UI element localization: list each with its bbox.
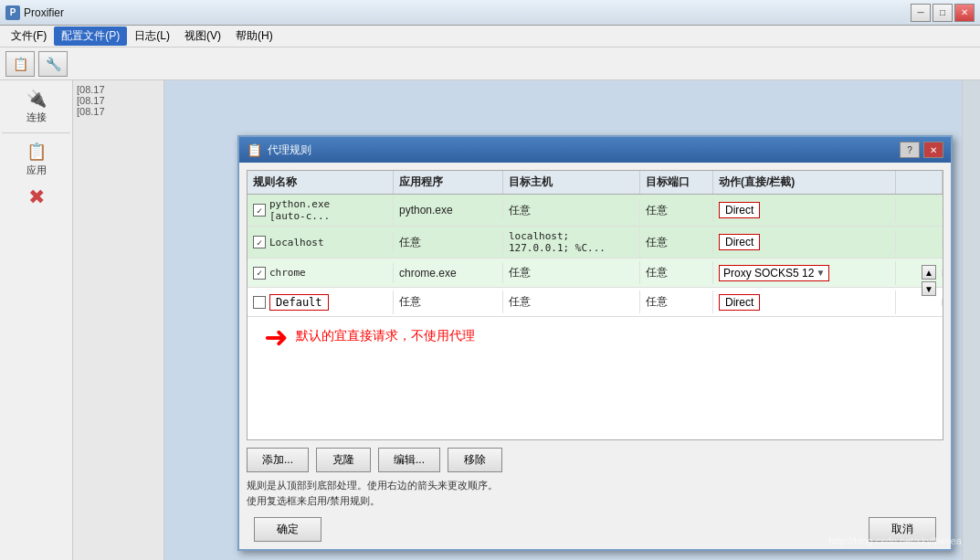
- clone-button[interactable]: 克隆: [316, 448, 371, 472]
- row4-checkbox[interactable]: [253, 296, 266, 309]
- annotation-text: 默认的宜直接请求，不使用代理: [296, 322, 475, 344]
- close-button[interactable]: ✕: [954, 4, 975, 22]
- row1-extra: [896, 206, 943, 214]
- sidebar-item-apps[interactable]: 📋 应用: [2, 137, 70, 182]
- table-row: Default 任意 任意 任意 Direct: [248, 288, 943, 317]
- scroll-down-button[interactable]: ▼: [922, 281, 936, 296]
- main-layout: 🔌 连接 📋 应用 ✖ [08.17 [08.17 [08.17 📋 代理规则: [0, 80, 980, 560]
- log-entry-3: [08.17: [77, 106, 160, 117]
- right-panel: [962, 80, 980, 560]
- col-header-name: 规则名称: [248, 171, 394, 194]
- footer-info-line1: 规则是从顶部到底部处理。使用右边的箭头来更改顺序。: [247, 478, 943, 494]
- col-header-extra: [896, 171, 943, 194]
- window-title: Proxifier: [24, 6, 911, 19]
- menu-bar: 文件(F) 配置文件(P) 日志(L) 视图(V) 帮助(H): [0, 26, 980, 48]
- row3-host: 任意: [503, 261, 640, 284]
- sidebar: 🔌 连接 📋 应用 ✖: [0, 80, 73, 560]
- log-entry-2: [08.17: [77, 95, 160, 106]
- row1-name: python.exe[auto-c...: [269, 198, 330, 222]
- row1-app: python.exe: [394, 200, 503, 220]
- row4-extra: [896, 299, 943, 306]
- col-header-host: 目标主机: [503, 171, 640, 194]
- toolbar: 📋 🔧: [0, 48, 980, 80]
- dialog-close-button[interactable]: ✕: [923, 142, 943, 158]
- row2-host: localhost;127.0.0.1; %C...: [503, 227, 640, 258]
- table-row: chrome chrome.exe 任意 任意 Proxy SOCKS5 12 …: [248, 259, 943, 288]
- sidebar-item-connect[interactable]: 🔌 连接: [2, 84, 70, 129]
- row2-checkbox[interactable]: [253, 236, 266, 248]
- sidebar-label-apps: 应用: [26, 164, 47, 177]
- menu-view[interactable]: 视图(V): [177, 26, 228, 46]
- sidebar-label-connect: 连接: [26, 111, 47, 124]
- row1-name-cell: python.exe[auto-c...: [248, 195, 394, 226]
- sidebar-divider: [2, 132, 70, 133]
- apps-icon: 📋: [26, 142, 47, 162]
- col-header-action: 动作(直接/栏截): [713, 171, 896, 194]
- ok-button[interactable]: 确定: [254, 517, 321, 542]
- sidebar-disconnect-icon[interactable]: ✖: [2, 184, 70, 211]
- proxy-rules-dialog: 📋 代理规则 ? ✕ 规则名称 应用程序 目标主机 目标端口: [237, 135, 953, 551]
- row3-app: chrome.exe: [394, 263, 503, 283]
- row1-host: 任意: [503, 199, 640, 222]
- edit-button[interactable]: 编辑...: [378, 448, 440, 472]
- row1-checkbox[interactable]: [253, 204, 266, 217]
- row4-host: 任意: [503, 291, 640, 313]
- remove-button[interactable]: 移除: [448, 448, 502, 472]
- menu-file[interactable]: 文件(F): [4, 26, 54, 46]
- table-row: Localhost 任意 localhost;127.0.0.1; %C... …: [248, 227, 943, 259]
- table-header: 规则名称 应用程序 目标主机 目标端口 动作(直接/栏截): [248, 171, 943, 195]
- row1-action-badge: Direct: [719, 202, 760, 218]
- rules-table: 规则名称 应用程序 目标主机 目标端口 动作(直接/栏截) python.exe…: [247, 170, 943, 440]
- annotation-container: ➜ 默认的宜直接请求，不使用代理: [255, 322, 935, 352]
- footer-info: 规则是从顶部到底部处理。使用右边的箭头来更改顺序。 使用复选框来启用/禁用规则。: [247, 478, 943, 510]
- row3-port: 任意: [640, 261, 713, 284]
- row1-action: Direct: [713, 198, 896, 222]
- row3-action-text: Proxy SOCKS5 12: [723, 267, 814, 280]
- maximize-button[interactable]: □: [933, 4, 953, 22]
- menu-profile[interactable]: 配置文件(P): [54, 26, 127, 46]
- dialog-title-controls: ? ✕: [900, 142, 943, 158]
- row4-app: 任意: [394, 291, 503, 313]
- dialog-titlebar: 📋 代理规则 ? ✕: [239, 137, 951, 163]
- row2-name: Localhost: [269, 237, 324, 248]
- dialog-help-button[interactable]: ?: [900, 142, 920, 158]
- row3-action-dropdown[interactable]: Proxy SOCKS5 12 ▼: [719, 265, 829, 281]
- row2-app: 任意: [394, 231, 503, 254]
- row2-port: 任意: [640, 231, 713, 254]
- scroll-up-button[interactable]: ▲: [922, 265, 936, 280]
- row4-name-cell: Default: [248, 291, 394, 314]
- app-icon: P: [5, 5, 20, 20]
- log-area: [08.17 [08.17 [08.17: [73, 80, 164, 560]
- dialog-title: 代理规则: [268, 143, 311, 158]
- dropdown-arrow-icon: ▼: [816, 268, 825, 278]
- add-button[interactable]: 添加...: [247, 448, 309, 472]
- toolbar-btn-2[interactable]: 🔧: [38, 51, 68, 77]
- row3-name-cell: chrome: [248, 263, 394, 283]
- dialog-icon: 📋: [247, 143, 262, 157]
- minimize-button[interactable]: ─: [911, 4, 931, 22]
- col-header-app: 应用程序: [394, 171, 503, 194]
- row4-port: 任意: [640, 291, 713, 313]
- dialog-title-left: 📋 代理规则: [247, 143, 311, 158]
- row4-name: Default: [269, 294, 329, 311]
- row2-action: Direct: [713, 230, 896, 254]
- log-entry-1: [08.17: [77, 84, 160, 95]
- annotation-arrow-icon: ➜: [264, 322, 289, 352]
- footer-buttons-row: 添加... 克隆 编辑... 移除: [247, 448, 943, 472]
- title-bar-controls: ─ □ ✕: [911, 4, 975, 22]
- menu-log[interactable]: 日志(L): [127, 26, 177, 46]
- row2-extra: [896, 238, 943, 246]
- watermark: http://blog.csdn.net/skythesea: [828, 535, 962, 546]
- row2-action-badge: Direct: [719, 234, 760, 250]
- col-header-port: 目标端口: [640, 171, 713, 194]
- row2-name-cell: Localhost: [248, 232, 394, 252]
- row4-action: Direct: [713, 291, 896, 314]
- row3-checkbox[interactable]: [253, 267, 266, 280]
- annotation-row: ➜ 默认的宜直接请求，不使用代理: [248, 317, 943, 372]
- row1-port: 任意: [640, 199, 713, 222]
- toolbar-btn-1[interactable]: 📋: [5, 51, 35, 77]
- menu-help[interactable]: 帮助(H): [228, 26, 280, 46]
- table-row: python.exe[auto-c... python.exe 任意 任意 Di…: [248, 195, 943, 227]
- dialog-content: 规则名称 应用程序 目标主机 目标端口 动作(直接/栏截) python.exe…: [239, 163, 951, 549]
- row3-action: Proxy SOCKS5 12 ▼: [713, 261, 896, 285]
